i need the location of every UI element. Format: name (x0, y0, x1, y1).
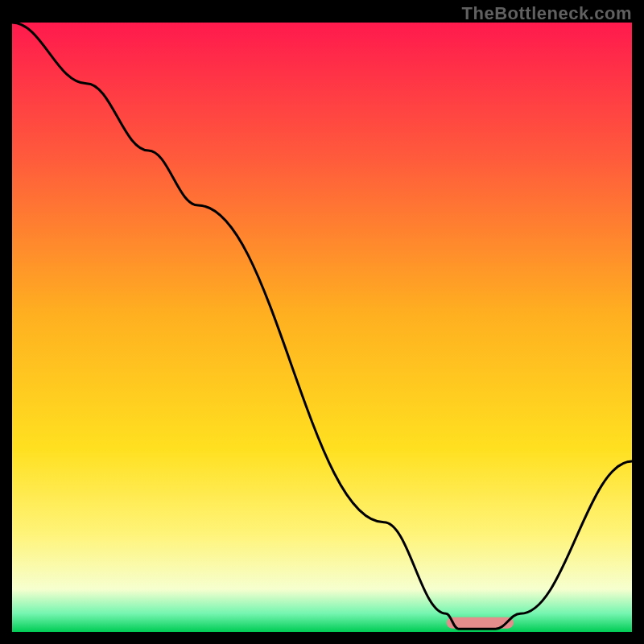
attribution-text: TheBottleneck.com (462, 3, 632, 24)
chart-frame (12, 23, 632, 632)
bottleneck-chart (12, 23, 632, 632)
chart-background (12, 23, 632, 632)
